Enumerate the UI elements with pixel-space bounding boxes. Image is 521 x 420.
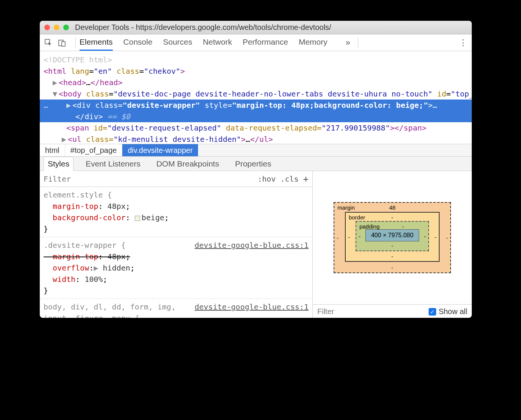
svg-rect-2 bbox=[62, 42, 65, 46]
styles-filter-row: :hov .cls + bbox=[40, 171, 312, 187]
checkbox-icon[interactable]: ✓ bbox=[429, 308, 436, 316]
traffic-lights bbox=[44, 25, 69, 30]
hov-toggle[interactable]: :hov bbox=[257, 174, 276, 184]
html-open[interactable]: <html lang="en" class="chekov"> bbox=[44, 65, 472, 77]
show-all-toggle[interactable]: ✓ Show all bbox=[429, 307, 467, 316]
toolbar-separator bbox=[75, 37, 76, 48]
body-block[interactable]: devsite-google-blue.css:1 body, div, dl,… bbox=[40, 299, 312, 318]
element-style-block[interactable]: element.style { margin-top: 48px; backgr… bbox=[40, 187, 312, 237]
cls-toggle[interactable]: .cls bbox=[280, 174, 298, 184]
device-icon[interactable] bbox=[58, 39, 66, 47]
computed-filter-row: ✓ Show all bbox=[313, 304, 472, 318]
styles-filter-input[interactable] bbox=[44, 174, 255, 184]
inspect-icon[interactable] bbox=[44, 39, 53, 47]
breadcrumb-selected[interactable]: div.devsite-wrapper bbox=[122, 144, 198, 156]
tab-memory[interactable]: Memory bbox=[299, 34, 328, 51]
panel-tabs: Elements Console Sources Network Perform… bbox=[80, 34, 350, 51]
tab-sources[interactable]: Sources bbox=[163, 34, 192, 51]
tab-dom-breakpoints[interactable]: DOM Breakpoints bbox=[153, 157, 223, 171]
doctype-line[interactable]: <!DOCTYPE html> bbox=[44, 54, 472, 65]
dom-tree[interactable]: <!DOCTYPE html> <html lang="en" class="c… bbox=[40, 51, 472, 144]
main-toolbar: Elements Console Sources Network Perform… bbox=[40, 34, 472, 51]
tab-network[interactable]: Network bbox=[203, 34, 232, 51]
span-line[interactable]: <span id="devsite-request-elapsed" data-… bbox=[44, 122, 472, 134]
kebab-menu-icon[interactable]: ⋮ bbox=[459, 38, 467, 48]
add-rule-icon[interactable]: + bbox=[303, 174, 309, 184]
titlebar: Developer Tools - https://developers.goo… bbox=[40, 21, 472, 34]
tab-event-listeners[interactable]: Event Listeners bbox=[82, 157, 144, 171]
maximize-icon[interactable] bbox=[63, 25, 69, 30]
devsite-wrapper-block[interactable]: devsite-google-blue.css:1 .devsite-wrapp… bbox=[40, 237, 312, 299]
selected-element[interactable]: … ▶<div class="devsite-wrapper" style="m… bbox=[40, 100, 472, 122]
minimize-icon[interactable] bbox=[54, 25, 59, 30]
tab-console[interactable]: Console bbox=[123, 34, 153, 51]
styles-tabs: Styles Event Listeners DOM Breakpoints P… bbox=[40, 157, 472, 171]
more-tabs-icon[interactable]: » bbox=[346, 38, 350, 48]
breadcrumb-html[interactable]: html bbox=[40, 144, 65, 156]
breadcrumb: html #top_of_page div.devsite-wrapper bbox=[40, 144, 472, 157]
devtools-window: Developer Tools - https://developers.goo… bbox=[40, 21, 472, 318]
tab-styles[interactable]: Styles bbox=[44, 157, 73, 171]
tab-properties[interactable]: Properties bbox=[231, 157, 275, 171]
tab-performance[interactable]: Performance bbox=[243, 34, 288, 51]
color-swatch-icon[interactable] bbox=[135, 216, 140, 221]
breadcrumb-body[interactable]: #top_of_page bbox=[65, 144, 122, 156]
styles-pane: :hov .cls + element.style { margin-top: … bbox=[40, 171, 313, 318]
body-open[interactable]: ▼<body class="devsite-doc-page devsite-h… bbox=[44, 88, 472, 100]
computed-filter-input[interactable] bbox=[317, 307, 429, 316]
css-source-link[interactable]: devsite-google-blue.css:1 bbox=[195, 301, 309, 313]
box-model-content: 400 × 7975.080 bbox=[365, 229, 419, 241]
head-line[interactable]: ▶<head>…</head> bbox=[44, 77, 472, 88]
tab-elements[interactable]: Elements bbox=[80, 34, 113, 51]
toolbar-separator bbox=[358, 37, 358, 48]
box-model[interactable]: margin 48 - - - border - - - - padding - bbox=[313, 171, 472, 304]
close-icon[interactable] bbox=[44, 25, 50, 30]
styles-area: :hov .cls + element.style { margin-top: … bbox=[40, 171, 472, 318]
computed-pane: margin 48 - - - border - - - - padding - bbox=[313, 171, 472, 318]
ul-line[interactable]: ▶<ul class="kd-menulist devsite-hidden">… bbox=[44, 134, 472, 144]
css-source-link[interactable]: devsite-google-blue.css:1 bbox=[195, 240, 309, 251]
window-title: Developer Tools - https://developers.goo… bbox=[75, 23, 331, 32]
